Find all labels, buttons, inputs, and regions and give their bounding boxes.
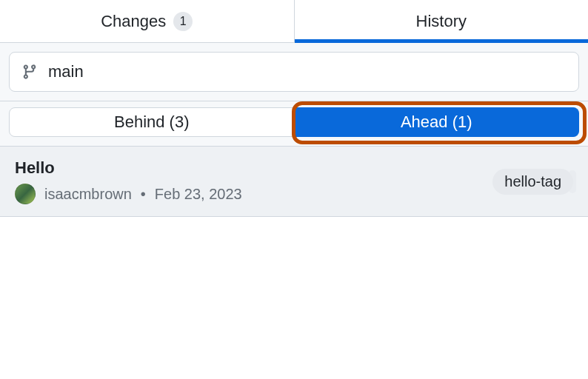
app-root: Changes 1 History main Behind (3) Ahead … <box>0 0 588 379</box>
commit-tag[interactable]: hello-tag <box>492 169 573 195</box>
behind-label: Behind (3) <box>114 113 190 132</box>
tab-history[interactable]: History <box>295 0 589 42</box>
tab-changes-label: Changes <box>101 12 166 31</box>
commit-date: Feb 23, 2023 <box>155 186 242 203</box>
meta-separator: • <box>141 186 146 203</box>
commit-title: Hello <box>15 158 492 178</box>
git-branch-icon <box>21 64 38 80</box>
commit-row[interactable]: Hello isaacmbrown • Feb 23, 2023 hello-t… <box>0 147 588 217</box>
commit-main: Hello isaacmbrown • Feb 23, 2023 <box>15 158 492 204</box>
commit-author: isaacmbrown <box>44 186 132 203</box>
changes-count-badge: 1 <box>173 12 193 31</box>
commit-meta: isaacmbrown • Feb 23, 2023 <box>15 184 492 204</box>
ahead-button[interactable]: Ahead (1) <box>295 107 580 137</box>
branch-name: main <box>48 62 84 81</box>
tabs-bar: Changes 1 History <box>0 0 588 43</box>
tab-history-label: History <box>416 12 467 31</box>
behind-button[interactable]: Behind (3) <box>9 107 295 137</box>
ahead-label: Ahead (1) <box>401 113 472 132</box>
branch-select[interactable]: main <box>9 52 579 92</box>
branch-bar: main <box>0 43 588 101</box>
behind-ahead-segmented: Behind (3) Ahead (1) <box>0 101 588 147</box>
tab-changes[interactable]: Changes 1 <box>0 0 295 42</box>
avatar <box>15 184 36 204</box>
commit-tag-label: hello-tag <box>504 173 561 190</box>
